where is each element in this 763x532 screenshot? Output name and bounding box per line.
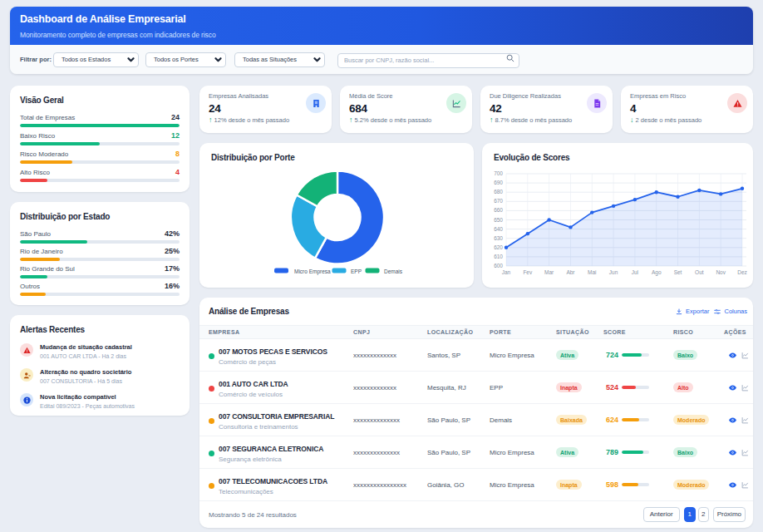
svg-text:Demais: Demais [384, 268, 403, 274]
svg-text:Micro Empresa: Micro Empresa [294, 268, 331, 275]
svg-text:Fev: Fev [523, 269, 533, 275]
svg-text:Out: Out [695, 269, 704, 275]
svg-text:640: 640 [494, 226, 503, 232]
svg-text:680: 680 [494, 189, 503, 195]
svg-text:Jun: Jun [609, 269, 618, 275]
svg-text:Ago: Ago [652, 269, 662, 276]
svg-text:EPP: EPP [351, 268, 362, 274]
svg-text:650: 650 [494, 217, 503, 223]
svg-text:Mar: Mar [544, 269, 554, 275]
svg-text:Jul: Jul [632, 269, 639, 275]
svg-text:670: 670 [494, 198, 503, 204]
svg-text:600: 600 [494, 263, 503, 268]
svg-text:690: 690 [494, 180, 503, 185]
svg-text:Nov: Nov [716, 269, 726, 275]
svg-text:Set: Set [674, 269, 682, 275]
svg-text:Dez: Dez [737, 269, 747, 275]
svg-text:Abr: Abr [566, 269, 575, 275]
svg-text:Jan: Jan [502, 269, 511, 275]
svg-text:620: 620 [494, 244, 503, 250]
svg-text:Mai: Mai [588, 269, 596, 275]
svg-text:700: 700 [494, 170, 503, 176]
svg-text:630: 630 [494, 235, 503, 241]
svg-text:610: 610 [494, 254, 503, 259]
svg-text:660: 660 [494, 207, 503, 213]
